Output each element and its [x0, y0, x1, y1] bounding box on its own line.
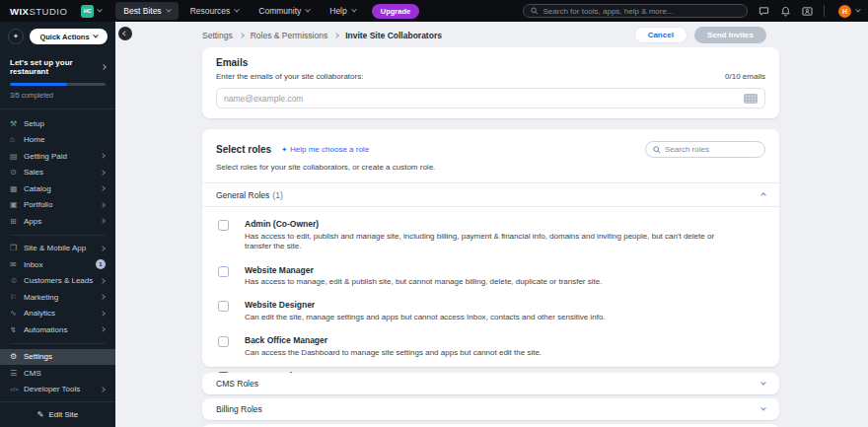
chevron-right-icon: [100, 202, 106, 208]
select-roles-card: Select roles ✦Help me choose a role Sele…: [202, 129, 779, 367]
sidebar-item-marketing[interactable]: ⚐Marketing: [0, 289, 115, 306]
send-invites-button[interactable]: Send Invites: [694, 27, 766, 43]
inbox-unread-badge: 1: [96, 259, 106, 269]
role-checkbox[interactable]: [218, 220, 229, 231]
chevron-up-icon: [760, 192, 766, 198]
sidebar-item-inbox[interactable]: ✉Inbox1: [0, 256, 115, 273]
global-search-input[interactable]: [543, 7, 740, 16]
tab-best-bites[interactable]: Best Bites: [115, 2, 178, 20]
help-me-choose-role-link[interactable]: ✦Help me choose a role: [281, 145, 369, 154]
sidebar-item-automations[interactable]: ↯Automations: [0, 321, 115, 338]
role-row-admin: Admin (Co-Owner)Has access to edit, publ…: [218, 219, 740, 252]
search-roles[interactable]: [645, 141, 765, 158]
sidebar-item-apps[interactable]: ⊞Apps: [0, 213, 115, 230]
emails-input[interactable]: [224, 94, 738, 104]
cancel-button[interactable]: Cancel: [634, 27, 687, 43]
divider: [10, 343, 106, 344]
general-roles-accordion[interactable]: General Roles (1): [202, 182, 779, 207]
chevron-right-icon: [100, 185, 106, 191]
apps-icon: ⊞: [10, 217, 24, 226]
role-checkbox[interactable]: [218, 266, 229, 277]
setup-progress-bar: [10, 83, 106, 86]
logo-studio: STUDIO: [29, 6, 67, 17]
billing-roles-accordion[interactable]: Billing Roles: [202, 398, 779, 420]
emails-counter: 0/10 emails: [725, 72, 765, 81]
chat-icon[interactable]: [759, 6, 769, 17]
top-bar: WIXSTUDIO HC Best Bites Resources Commun…: [0, 0, 868, 22]
portfolio-icon: ▣: [10, 200, 24, 209]
hub-button[interactable]: ✦: [8, 29, 24, 44]
chevron-down-icon: [93, 33, 99, 38]
wix-studio-logo: WIXSTUDIO: [10, 6, 67, 17]
sidebar-item-developer-tools[interactable]: </>Developer Tools: [0, 382, 115, 398]
setup-progress-card[interactable]: Let's set up your restaurant 3/5 complet…: [0, 50, 115, 109]
inbox-icon: ✉: [10, 260, 24, 269]
chevron-left-icon: [122, 31, 128, 36]
ai-sparkle-icon: ✦: [281, 146, 287, 154]
catalog-icon: ▦: [10, 184, 24, 193]
global-search[interactable]: [523, 4, 748, 18]
setup-icon: ⚒: [10, 119, 24, 128]
upgrade-button[interactable]: Upgrade: [372, 4, 419, 19]
site-mobile-app-icon: ❐: [10, 244, 24, 252]
billing-roles-label: Billing Roles: [216, 404, 262, 414]
workspace-switcher[interactable]: HC: [81, 5, 102, 18]
role-row-website-designer: Website DesignerCan edit the site, manag…: [218, 300, 740, 322]
setup-progress-label: 3/5 completed: [10, 92, 106, 99]
sidebar-item-getting-paid[interactable]: ▤Getting Paid: [0, 148, 115, 165]
main-area: Settings Roles & Permissions Invite Site…: [115, 22, 868, 427]
keyboard-icon[interactable]: [744, 94, 758, 104]
sidebar-item-home[interactable]: ⌂Home: [0, 132, 115, 149]
sidebar-item-analytics[interactable]: ∿Analytics: [0, 306, 115, 322]
emails-title: Emails: [216, 57, 765, 68]
logo-wix: WIX: [10, 6, 29, 17]
automations-icon: ↯: [10, 325, 24, 334]
search-icon: [653, 146, 661, 154]
chevron-down-icon: [166, 7, 172, 13]
notifications-bell-icon[interactable]: [780, 6, 791, 17]
role-checkbox[interactable]: [218, 336, 229, 347]
settings-gear-icon: ⚙: [10, 352, 24, 361]
emails-subtitle: Enter the emails of your site collaborat…: [216, 72, 363, 81]
breadcrumb-settings[interactable]: Settings: [202, 31, 233, 40]
tab-community[interactable]: Community: [251, 2, 318, 20]
tab-help[interactable]: Help: [322, 2, 363, 20]
tab-resources[interactable]: Resources: [182, 2, 248, 20]
chevron-right-icon: [100, 294, 106, 300]
hub-star-icon: ✦: [13, 33, 19, 40]
sidebar-item-catalog[interactable]: ▦Catalog: [0, 180, 115, 197]
sidebar-item-cms[interactable]: ☰CMS: [0, 365, 115, 382]
home-icon: ⌂: [10, 135, 24, 144]
pencil-icon: ✎: [37, 410, 44, 419]
setup-card-title: Let's set up your restaurant: [10, 58, 102, 76]
role-row-website-manager: Website ManagerHas access to manage, edi…: [218, 265, 740, 288]
chevron-right-icon: [100, 387, 106, 392]
sidebar-item-customers-leads[interactable]: ☺Customers & Leads: [0, 273, 115, 290]
chevron-right-icon: [333, 33, 339, 38]
chevron-down-icon: [98, 7, 104, 13]
sidebar-item-setup[interactable]: ⚒Setup: [0, 115, 115, 132]
sidebar-item-portfolio[interactable]: ▣Portfolio: [0, 197, 115, 214]
divider: [10, 235, 106, 236]
breadcrumb-roles-permissions[interactable]: Roles & Permissions: [251, 31, 327, 40]
search-roles-input[interactable]: [665, 145, 758, 154]
general-roles-label: General Roles: [216, 190, 269, 200]
sidebar-item-site-mobile-app[interactable]: ❐Site & Mobile App: [0, 241, 115, 257]
chevron-right-icon: [100, 326, 106, 332]
cms-roles-accordion[interactable]: CMS Roles: [202, 373, 779, 394]
role-checkbox[interactable]: [218, 301, 229, 312]
workspace-badge: HC: [81, 5, 94, 18]
chevron-right-icon: [100, 246, 106, 251]
quick-actions-button[interactable]: Quick Actions: [30, 29, 108, 44]
topbar-tabs: Best Bites Resources Community Help: [115, 2, 363, 20]
general-roles-count: (1): [272, 190, 282, 200]
account-menu[interactable]: H: [838, 0, 860, 22]
sidebar-item-sales[interactable]: ⊙Sales: [0, 165, 115, 181]
members-card-icon[interactable]: [802, 6, 813, 17]
chevron-down-icon: [351, 7, 357, 13]
sidebar-collapse-button[interactable]: [118, 27, 132, 40]
chevron-down-icon: [305, 7, 311, 13]
edit-site-button[interactable]: ✎Edit Site: [0, 401, 115, 427]
sidebar-item-settings[interactable]: ⚙Settings: [0, 349, 115, 366]
select-roles-subtitle: Select roles for your site collaborators…: [216, 163, 765, 172]
